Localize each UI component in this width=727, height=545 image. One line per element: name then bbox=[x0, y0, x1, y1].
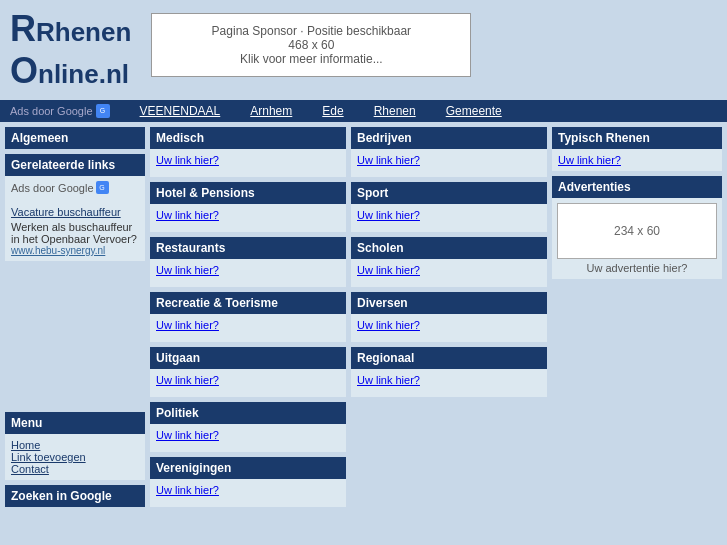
cat-verenigingen: Verenigingen Uw link hier? bbox=[150, 457, 346, 507]
cat-row-5: Uitgaan Uw link hier? Regionaal Uw link … bbox=[150, 347, 547, 397]
cat-row-1: Medisch Uw link hier? Bedrijven Uw link … bbox=[150, 127, 547, 177]
sidebar-gerelateerde-header: Gerelateerde links bbox=[5, 154, 145, 176]
menu-home[interactable]: Home bbox=[11, 439, 139, 451]
adv-size-placeholder: 234 x 60 bbox=[557, 203, 717, 259]
vacature-site[interactable]: www.hebu-synergy.nl bbox=[11, 245, 139, 256]
advertenties-body: 234 x 60 Uw advertentie hier? bbox=[552, 198, 722, 279]
cat-hotel-link[interactable]: Uw link hier? bbox=[156, 209, 219, 221]
adv-link-label: Uw advertentie hier? bbox=[557, 262, 717, 274]
cat-bedrijven-header: Bedrijven bbox=[351, 127, 547, 149]
ads-google-nav: Ads door Google G bbox=[10, 104, 110, 118]
nav-ede[interactable]: Ede bbox=[322, 104, 343, 118]
menu-link-toevoegen[interactable]: Link toevoegen bbox=[11, 451, 139, 463]
sidebar-algemeen: Algemeen bbox=[5, 127, 145, 149]
cat-scholen-link[interactable]: Uw link hier? bbox=[357, 264, 420, 276]
cat-politiek: Politiek Uw link hier? bbox=[150, 402, 346, 452]
cat-restaurants-header: Restaurants bbox=[150, 237, 346, 259]
typisch-rhenen-link[interactable]: Uw link hier? bbox=[558, 154, 621, 166]
cat-regionaal-header: Regionaal bbox=[351, 347, 547, 369]
cat-hotel: Hotel & Pensions Uw link hier? bbox=[150, 182, 346, 232]
ads-google-sidebar-label: Ads door Google bbox=[11, 182, 94, 194]
advertenties-header: Advertenties bbox=[552, 176, 722, 198]
cat-diversen: Diversen Uw link hier? bbox=[351, 292, 547, 342]
cat-scholen-body: Uw link hier? bbox=[351, 259, 547, 287]
sidebar-zoeken: Zoeken in Google bbox=[5, 485, 145, 507]
cat-row-2: Hotel & Pensions Uw link hier? Sport Uw … bbox=[150, 182, 547, 232]
cat-uitgaan-header: Uitgaan bbox=[150, 347, 346, 369]
cat-scholen: Scholen Uw link hier? bbox=[351, 237, 547, 287]
google-sidebar-icon: G bbox=[96, 181, 109, 194]
nav-veenendaal[interactable]: VEENENDAAL bbox=[140, 104, 221, 118]
logo-r: R bbox=[10, 8, 36, 50]
cat-medisch-link[interactable]: Uw link hier? bbox=[156, 154, 219, 166]
menu-contact[interactable]: Contact bbox=[11, 463, 139, 475]
nav-arnhem[interactable]: Arnhem bbox=[250, 104, 292, 118]
cat-diversen-header: Diversen bbox=[351, 292, 547, 314]
cat-hotel-header: Hotel & Pensions bbox=[150, 182, 346, 204]
cat-recreatie-body: Uw link hier? bbox=[150, 314, 346, 342]
typisch-rhenen-box: Typisch Rhenen Uw link hier? bbox=[552, 127, 722, 171]
cat-politiek-link[interactable]: Uw link hier? bbox=[156, 429, 219, 441]
cat-politiek-header: Politiek bbox=[150, 402, 346, 424]
cat-uitgaan-body: Uw link hier? bbox=[150, 369, 346, 397]
typisch-rhenen-header: Typisch Rhenen bbox=[552, 127, 722, 149]
sponsor-line2: 468 x 60 bbox=[182, 38, 440, 52]
sidebar-zoeken-header: Zoeken in Google bbox=[5, 485, 145, 507]
cat-row-6: Politiek Uw link hier? bbox=[150, 402, 547, 452]
cat-scholen-header: Scholen bbox=[351, 237, 547, 259]
cat-sport: Sport Uw link hier? bbox=[351, 182, 547, 232]
cat-row-4: Recreatie & Toerisme Uw link hier? Diver… bbox=[150, 292, 547, 342]
cat-recreatie-link[interactable]: Uw link hier? bbox=[156, 319, 219, 331]
logo-online: nline.nl bbox=[38, 59, 129, 90]
cat-uitgaan-link[interactable]: Uw link hier? bbox=[156, 374, 219, 386]
ads-google-sidebar: Ads door Google G bbox=[11, 181, 139, 194]
nav-gemeente[interactable]: Gemeente bbox=[446, 104, 502, 118]
vacature-text1: Werken als buschauffeur in het Openbaar … bbox=[11, 221, 139, 245]
cat-restaurants: Restaurants Uw link hier? bbox=[150, 237, 346, 287]
cat-verenigingen-body: Uw link hier? bbox=[150, 479, 346, 507]
cat-restaurants-body: Uw link hier? bbox=[150, 259, 346, 287]
cat-bedrijven-link[interactable]: Uw link hier? bbox=[357, 154, 420, 166]
logo: R Rhenen O nline.nl bbox=[10, 8, 131, 92]
cat-recreatie-header: Recreatie & Toerisme bbox=[150, 292, 346, 314]
cat-regionaal-body: Uw link hier? bbox=[351, 369, 547, 397]
logo-rhenen: Rhenen bbox=[36, 17, 131, 48]
cat-restaurants-link[interactable]: Uw link hier? bbox=[156, 264, 219, 276]
cat-bedrijven: Bedrijven Uw link hier? bbox=[351, 127, 547, 177]
cat-politiek-body: Uw link hier? bbox=[150, 424, 346, 452]
advertenties-box: Advertenties 234 x 60 Uw advertentie hie… bbox=[552, 176, 722, 279]
cat-verenigingen-link[interactable]: Uw link hier? bbox=[156, 484, 219, 496]
vacature-link[interactable]: Vacature buschauffeur bbox=[11, 206, 139, 218]
cat-hotel-body: Uw link hier? bbox=[150, 204, 346, 232]
cat-medisch: Medisch Uw link hier? bbox=[150, 127, 346, 177]
cat-row-3: Restaurants Uw link hier? Scholen Uw lin… bbox=[150, 237, 547, 287]
ads-google-label: Ads door Google bbox=[10, 105, 93, 117]
cat-regionaal: Regionaal Uw link hier? bbox=[351, 347, 547, 397]
cat-medisch-header: Medisch bbox=[150, 127, 346, 149]
cat-medisch-body: Uw link hier? bbox=[150, 149, 346, 177]
cat-regionaal-link[interactable]: Uw link hier? bbox=[357, 374, 420, 386]
cat-sport-link[interactable]: Uw link hier? bbox=[357, 209, 420, 221]
cat-diversen-link[interactable]: Uw link hier? bbox=[357, 319, 420, 331]
cat-recreatie: Recreatie & Toerisme Uw link hier? bbox=[150, 292, 346, 342]
nav-rhenen[interactable]: Rhenen bbox=[374, 104, 416, 118]
cat-verenigingen-header: Verenigingen bbox=[150, 457, 346, 479]
cat-diversen-body: Uw link hier? bbox=[351, 314, 547, 342]
navbar: Ads door Google G VEENENDAAL Arnhem Ede … bbox=[0, 100, 727, 122]
sponsor-line3: Klik voor meer informatie... bbox=[182, 52, 440, 66]
cat-row-7: Verenigingen Uw link hier? bbox=[150, 457, 547, 507]
sidebar-gerelateerde: Gerelateerde links Ads door Google G Vac… bbox=[5, 154, 145, 261]
sidebar-menu: Menu Home Link toevoegen Contact bbox=[5, 412, 145, 480]
cat-sport-header: Sport bbox=[351, 182, 547, 204]
sidebar-menu-header: Menu bbox=[5, 412, 145, 434]
typisch-rhenen-body: Uw link hier? bbox=[552, 149, 722, 171]
cat-bedrijven-body: Uw link hier? bbox=[351, 149, 547, 177]
logo-o: O bbox=[10, 50, 38, 92]
sidebar-algemeen-header: Algemeen bbox=[5, 127, 145, 149]
sponsor-line1: Pagina Sponsor · Positie beschikbaar bbox=[182, 24, 440, 38]
google-nav-icon: G bbox=[96, 104, 110, 118]
sponsor-box[interactable]: Pagina Sponsor · Positie beschikbaar 468… bbox=[151, 13, 471, 77]
adv-size-label: 234 x 60 bbox=[614, 224, 660, 238]
cat-uitgaan: Uitgaan Uw link hier? bbox=[150, 347, 346, 397]
cat-sport-body: Uw link hier? bbox=[351, 204, 547, 232]
